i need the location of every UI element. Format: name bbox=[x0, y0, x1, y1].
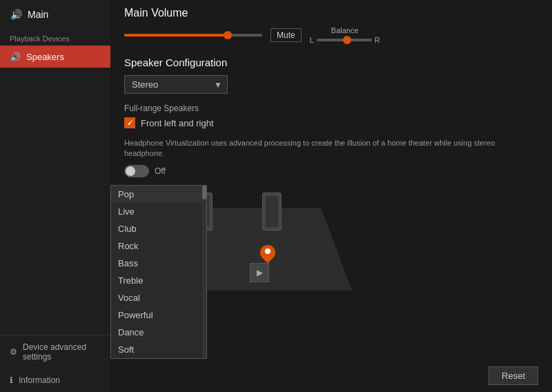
dropdown-item-soft[interactable]: Soft bbox=[111, 341, 206, 358]
balance-label: Balance bbox=[310, 26, 380, 35]
balance-thumb[interactable] bbox=[343, 36, 351, 44]
volume-row: Mute Balance L R bbox=[124, 26, 535, 44]
pin-dot bbox=[265, 248, 270, 254]
sidebar-title: Main bbox=[28, 9, 48, 20]
sidebar-header: 🔊 Main bbox=[0, 0, 110, 29]
dropdown-item-vocal[interactable]: Vocal bbox=[111, 289, 206, 306]
front-left-right-checkbox[interactable] bbox=[124, 117, 135, 128]
dropdown-item-bass[interactable]: Bass bbox=[111, 255, 206, 272]
dropdown-item-live[interactable]: Live bbox=[111, 203, 206, 220]
toggle-state-label: Off bbox=[155, 166, 166, 176]
play-button[interactable]: ▶ bbox=[250, 263, 269, 282]
dropdown-scrollbar[interactable] bbox=[202, 186, 206, 358]
main-icon: 🔊 bbox=[10, 8, 22, 21]
information-item[interactable]: ℹ Information bbox=[0, 369, 110, 392]
mute-button[interactable]: Mute bbox=[270, 28, 302, 42]
front-left-right-label: Front left and right bbox=[141, 118, 214, 128]
main-content: Main Volume Mute Balance L R Speaker Con… bbox=[110, 0, 552, 392]
dropdown-item-treble[interactable]: Treble bbox=[111, 272, 206, 289]
virt-toggle[interactable] bbox=[124, 165, 149, 177]
dropdown-item-pop[interactable]: Pop bbox=[111, 186, 206, 203]
virt-description: Headphone Virtualization uses advanced p… bbox=[124, 138, 524, 159]
volume-fill bbox=[124, 34, 228, 37]
sidebar-item-label: Speakers bbox=[26, 52, 64, 62]
information-label: Information bbox=[19, 375, 60, 385]
reset-button[interactable]: Reset bbox=[489, 366, 538, 385]
scrollbar-thumb bbox=[202, 186, 206, 199]
gear-icon: ⚙ bbox=[10, 347, 17, 357]
balance-right-label: R bbox=[375, 36, 380, 44]
info-icon: ℹ bbox=[10, 375, 13, 385]
stereo-select[interactable]: Stereo bbox=[124, 75, 228, 94]
speaker-right bbox=[262, 193, 282, 231]
sidebar-item-speakers[interactable]: 🔊 Speakers bbox=[0, 46, 110, 68]
volume-slider[interactable] bbox=[124, 34, 262, 37]
balance-row: L R bbox=[310, 36, 380, 44]
speaker-config-title: Speaker Configuration bbox=[124, 57, 535, 68]
sidebar: 🔊 Main Playback Devices 🔊 Speakers ⚙ Dev… bbox=[0, 0, 110, 392]
dropdown-item-club[interactable]: Club bbox=[111, 220, 206, 237]
balance-section: Balance L R bbox=[310, 26, 380, 44]
dropdown-item-dance[interactable]: Dance bbox=[111, 324, 206, 341]
stereo-select-wrapper: Stereo ▼ bbox=[124, 75, 228, 94]
dropdown-item-rock[interactable]: Rock bbox=[111, 237, 206, 255]
balance-slider[interactable] bbox=[317, 39, 372, 41]
playback-devices-label: Playback Devices bbox=[0, 29, 110, 46]
speakers-icon: 🔊 bbox=[10, 51, 21, 62]
equalizer-dropdown: Pop Live Club Rock Bass Treble Vocal Pow… bbox=[110, 185, 207, 359]
volume-thumb[interactable] bbox=[224, 31, 232, 39]
front-left-right-row: Front left and right bbox=[124, 117, 535, 128]
mute-label: Mute bbox=[277, 30, 295, 40]
sidebar-bottom: ⚙ Device advanced settings ℹ Information bbox=[0, 335, 110, 392]
volume-title: Main Volume bbox=[124, 7, 535, 19]
dropdown-item-powerful[interactable]: Powerful bbox=[111, 306, 206, 324]
toggle-row: Off bbox=[124, 165, 535, 177]
device-advanced-settings[interactable]: ⚙ Device advanced settings bbox=[0, 335, 110, 369]
balance-left-label: L bbox=[310, 36, 314, 44]
device-advanced-label: Device advanced settings bbox=[23, 342, 101, 362]
full-range-title: Full-range Speakers bbox=[124, 104, 535, 113]
